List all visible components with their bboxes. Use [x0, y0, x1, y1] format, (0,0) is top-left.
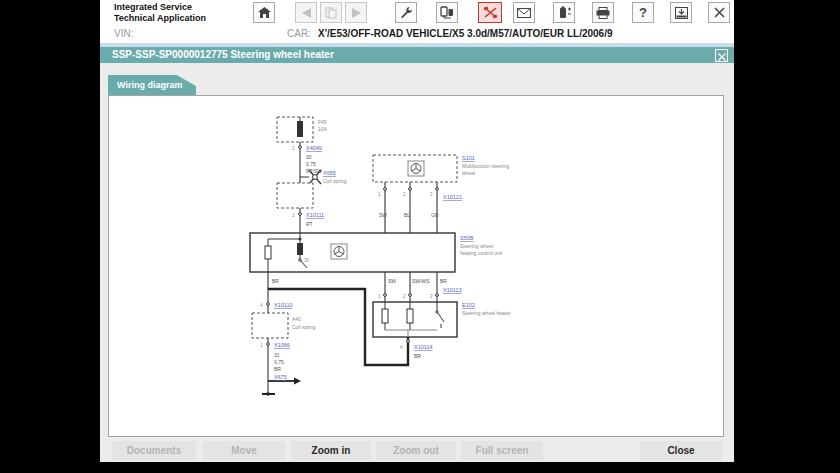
fuse-amp-label: 10A — [318, 126, 328, 132]
document-title-bar: SSP-SSP-SP0000012775 Steering wheel heat… — [100, 47, 734, 63]
workshop-button[interactable] — [395, 2, 417, 23]
connector-label[interactable]: X10110 — [274, 302, 293, 308]
wire-color: GB — [431, 212, 439, 218]
splice-ref[interactable]: X655 — [323, 170, 336, 176]
connector-label[interactable]: X4049 — [306, 145, 322, 151]
coil-spring-upper-box — [277, 183, 313, 208]
close-icon — [718, 47, 726, 65]
printer-icon — [596, 7, 610, 19]
wire-color: BL — [404, 212, 410, 218]
app-close-button[interactable] — [708, 2, 730, 23]
pages-button[interactable] — [320, 2, 342, 23]
pin-number: 4 — [400, 345, 403, 350]
pin-number: 3 — [430, 192, 433, 197]
car-label: CAR: — [287, 28, 311, 39]
pin — [436, 294, 439, 297]
forward-button[interactable] — [345, 2, 367, 23]
wire-gauge: 0,75 — [274, 359, 284, 365]
pin — [409, 294, 412, 297]
wire-color: SW — [379, 212, 387, 218]
wire-color: RT — [306, 221, 313, 227]
coil-spring-name: Coil spring — [292, 324, 316, 330]
tray-button[interactable] — [670, 2, 692, 23]
back-button[interactable] — [295, 2, 317, 23]
print-button[interactable] — [592, 2, 614, 23]
pin — [407, 340, 410, 343]
battery-button[interactable] — [553, 2, 575, 23]
wire-color: BR — [272, 278, 279, 284]
pin-number: 1 — [292, 213, 295, 218]
wire-circuit: 30 — [306, 154, 312, 160]
coil-spring-box — [252, 313, 288, 338]
home-button[interactable] — [253, 2, 275, 23]
close-button[interactable]: Close — [640, 441, 722, 460]
connector-label[interactable]: X10113 — [443, 287, 462, 293]
control-unit-name-2: heating control unit — [460, 250, 503, 256]
ground-terminal — [262, 392, 275, 396]
connector-label[interactable]: X10114 — [414, 344, 433, 350]
heater-name: Steering wheel heater — [462, 310, 511, 316]
measurement-button[interactable] — [478, 2, 502, 23]
pin — [384, 294, 387, 297]
bottom-button-bar: Documents Move Zoom in Zoom out Full scr… — [100, 438, 734, 462]
pin-number: 2 — [403, 294, 406, 299]
battery-icon — [558, 6, 571, 19]
connector-label[interactable]: X1066 — [274, 342, 290, 348]
pin-number: 1 — [260, 343, 263, 348]
heater-ref[interactable]: E102 — [462, 302, 475, 308]
heater-box — [373, 302, 457, 337]
pin — [299, 213, 302, 216]
arrow-ref[interactable]: X675 — [274, 374, 287, 380]
full-screen-button[interactable]: Full screen — [461, 441, 543, 460]
messages-button[interactable] — [513, 2, 535, 23]
zoom-in-button[interactable]: Zoom in — [291, 441, 371, 460]
zoom-out-button[interactable]: Zoom out — [376, 441, 456, 460]
pin — [436, 188, 439, 191]
document-close-button[interactable] — [715, 49, 728, 62]
home-icon — [258, 7, 271, 19]
pin-number: 1 — [378, 192, 381, 197]
pin-number: 2 — [403, 192, 406, 197]
control-unit-ref[interactable]: S50B — [460, 235, 474, 241]
pages-icon — [325, 7, 337, 19]
wrench-icon — [400, 6, 413, 19]
close-icon — [714, 7, 725, 18]
pin-number: 3 — [430, 294, 433, 299]
car-value: X'/E53/OFF-ROAD VEHICLE/X5 3.0d/M57/AUTO… — [318, 28, 613, 39]
mfl-ref[interactable]: S101 — [462, 155, 475, 161]
app-title-line1: Integrated Service — [114, 2, 206, 13]
wire-color: SW — [388, 278, 396, 284]
documents-button[interactable]: Documents — [112, 441, 196, 460]
wiring-diagram: F45 10A 1 X4049 30 0,75 RT/SW X655 — [109, 96, 723, 436]
mfl-name-1: Multifunction steering — [462, 163, 509, 169]
pin — [384, 188, 387, 191]
vehicle-info-bar: VIN: CAR: X'/E53/OFF-ROAD VEHICLE/X5 3.0… — [100, 26, 734, 43]
app-window: Integrated Service Technical Application — [100, 0, 734, 462]
pin-number: 4 — [260, 303, 263, 308]
content-area: Wiring diagram — [100, 63, 734, 462]
splice-name: Coil spring — [323, 178, 347, 184]
wiring-diagram-panel: F45 10A 1 X4049 30 0,75 RT/SW X655 — [108, 95, 724, 437]
multifunction-steering-wheel-box — [373, 155, 457, 182]
devices-icon — [440, 6, 454, 19]
help-icon: ? — [639, 5, 647, 20]
app-title-line2: Technical Application — [114, 13, 206, 24]
wire-color: BR — [274, 366, 281, 372]
connector-label[interactable]: X10121 — [443, 194, 462, 200]
vin-label: VIN: — [114, 28, 133, 39]
pin-number: 1 — [292, 146, 295, 151]
wire-color: BR — [414, 353, 421, 359]
move-button[interactable]: Move — [202, 441, 286, 460]
header-bar: Integrated Service Technical Application — [100, 0, 734, 26]
back-icon — [302, 8, 311, 18]
fuse-box: F45 10A — [277, 117, 328, 142]
help-button[interactable]: ? — [632, 2, 654, 23]
devices-button[interactable] — [436, 2, 458, 23]
tab-wiring-diagram[interactable]: Wiring diagram — [108, 75, 196, 95]
tray-icon — [675, 7, 688, 19]
coil-spring-ref: A40 — [292, 316, 301, 322]
control-unit-name-1: Steering wheel — [460, 243, 493, 249]
wire-circuit: 31 — [274, 352, 280, 358]
wire-gauge: 0,75 — [306, 161, 316, 167]
connector-label[interactable]: X10111 — [306, 212, 324, 218]
